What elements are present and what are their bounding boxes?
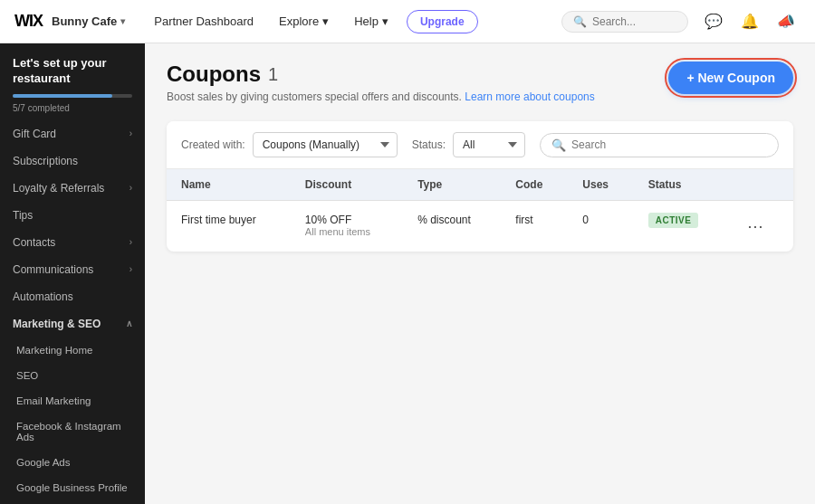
sidebar-item-subscriptions[interactable]: Subscriptions — [0, 147, 145, 175]
coupon-search-icon: 🔍 — [551, 138, 566, 152]
col-status: Status — [634, 169, 729, 201]
sidebar-item-communications[interactable]: Communications › — [0, 256, 145, 283]
page-subtitle: Boost sales by giving customers special … — [167, 90, 595, 103]
col-uses: Uses — [568, 169, 633, 201]
site-name-chevron-icon: ▾ — [120, 16, 125, 26]
nav-explore[interactable]: Explore ▾ — [268, 9, 340, 33]
global-search-input[interactable] — [592, 15, 683, 28]
search-icon: 🔍 — [573, 15, 587, 28]
cell-more[interactable]: ⋯ — [728, 201, 793, 252]
nav-icon-group: 💬 🔔 📣 — [699, 7, 801, 36]
col-code: Code — [501, 169, 568, 201]
sidebar-item-tips[interactable]: Tips — [0, 202, 145, 229]
site-name-dropdown[interactable]: Bunny Cafe ▾ — [52, 14, 125, 28]
sidebar-item-seo[interactable]: SEO — [0, 363, 145, 388]
status-badge: ACTIVE — [648, 213, 699, 228]
sidebar-item-facebook-ads[interactable]: Facebook & Instagram Ads — [0, 414, 145, 450]
coupons-card: Created with: Coupons (Manually) Status:… — [167, 121, 793, 252]
coupon-search-box[interactable]: 🔍 — [540, 133, 779, 157]
sidebar-item-email-marketing[interactable]: Email Marketing — [0, 388, 145, 414]
progress-bar — [0, 94, 145, 101]
cell-name: First time buyer — [167, 201, 291, 252]
cell-uses: 0 — [568, 201, 633, 252]
cell-code: first — [501, 201, 568, 252]
table-header: Name Discount Type Code Uses Status — [167, 169, 793, 201]
main-layout: Let's set up your restaurant 5/7 complet… — [0, 43, 815, 504]
new-coupon-button[interactable]: + New Coupon — [668, 62, 793, 94]
loyalty-chevron-icon: › — [129, 183, 132, 193]
cell-type: % discount — [403, 201, 501, 252]
bell-icon[interactable]: 🔔 — [735, 7, 764, 36]
sidebar-item-gift-card[interactable]: Gift Card › — [0, 120, 145, 147]
megaphone-icon[interactable]: 📣 — [772, 7, 801, 36]
nav-links: Partner Dashboard Explore ▾ Help ▾ Upgra… — [143, 9, 547, 33]
coupon-search-input[interactable] — [571, 138, 767, 151]
chat-icon[interactable]: 💬 — [699, 7, 728, 36]
content-header: Coupons 1 Boost sales by giving customer… — [167, 62, 793, 103]
filter-bar: Created with: Coupons (Manually) Status:… — [167, 121, 793, 169]
nav-help[interactable]: Help ▾ — [343, 9, 399, 33]
coupons-table: Name Discount Type Code Uses Status Firs… — [167, 169, 793, 252]
sidebar-item-automations[interactable]: Automations — [0, 283, 145, 310]
wix-logo: WIX — [14, 12, 43, 31]
created-with-label: Created with: — [181, 138, 245, 151]
sidebar-item-loyalty[interactable]: Loyalty & Referrals › — [0, 175, 145, 202]
status-filter-label: Status: — [412, 138, 446, 151]
table-body: First time buyer 10% OFF All menu items … — [167, 201, 793, 252]
marketing-chevron-icon: ∧ — [126, 319, 132, 328]
communications-chevron-icon: › — [129, 264, 132, 274]
status-filter: Status: All — [412, 132, 525, 157]
main-content: Coupons 1 Boost sales by giving customer… — [145, 43, 815, 504]
more-options-button[interactable]: ⋯ — [743, 214, 768, 239]
col-name: Name — [167, 169, 291, 201]
col-discount: Discount — [291, 169, 403, 201]
sidebar-item-google-ads[interactable]: Google Ads — [0, 450, 145, 475]
nav-partner-dashboard[interactable]: Partner Dashboard — [143, 9, 264, 33]
sidebar-item-marketing-seo[interactable]: Marketing & SEO ∧ — [0, 310, 145, 338]
explore-chevron-icon: ▾ — [322, 14, 329, 28]
learn-more-link[interactable]: Learn more about coupons — [465, 90, 594, 103]
sidebar-header: Let's set up your restaurant — [0, 43, 145, 94]
cell-discount: 10% OFF All menu items — [291, 201, 403, 252]
cell-status: ACTIVE — [634, 201, 729, 252]
progress-text: 5/7 completed — [0, 101, 145, 120]
sidebar: Let's set up your restaurant 5/7 complet… — [0, 43, 145, 504]
created-with-filter: Created with: Coupons (Manually) — [181, 132, 398, 157]
col-actions — [728, 169, 793, 201]
gift-card-chevron-icon: › — [129, 128, 132, 138]
sidebar-item-marketing-home[interactable]: Marketing Home — [0, 338, 145, 363]
page-title: Coupons 1 — [167, 62, 595, 87]
sidebar-item-google-business[interactable]: Google Business Profile — [0, 475, 145, 500]
global-search-box[interactable]: 🔍 — [561, 11, 688, 33]
upgrade-button[interactable]: Upgrade — [407, 10, 478, 33]
sidebar-item-social-media[interactable]: Social Media Marketing — [0, 500, 145, 504]
contacts-chevron-icon: › — [129, 237, 132, 247]
col-type: Type — [403, 169, 501, 201]
created-with-select[interactable]: Coupons (Manually) — [253, 132, 398, 157]
page-title-area: Coupons 1 Boost sales by giving customer… — [167, 62, 595, 103]
status-select[interactable]: All — [453, 132, 525, 157]
coupon-count: 1 — [268, 64, 278, 85]
top-navigation: WIX Bunny Cafe ▾ Partner Dashboard Explo… — [0, 0, 815, 43]
sidebar-item-contacts[interactable]: Contacts › — [0, 229, 145, 256]
help-chevron-icon: ▾ — [382, 14, 388, 28]
table-row: First time buyer 10% OFF All menu items … — [167, 201, 793, 252]
